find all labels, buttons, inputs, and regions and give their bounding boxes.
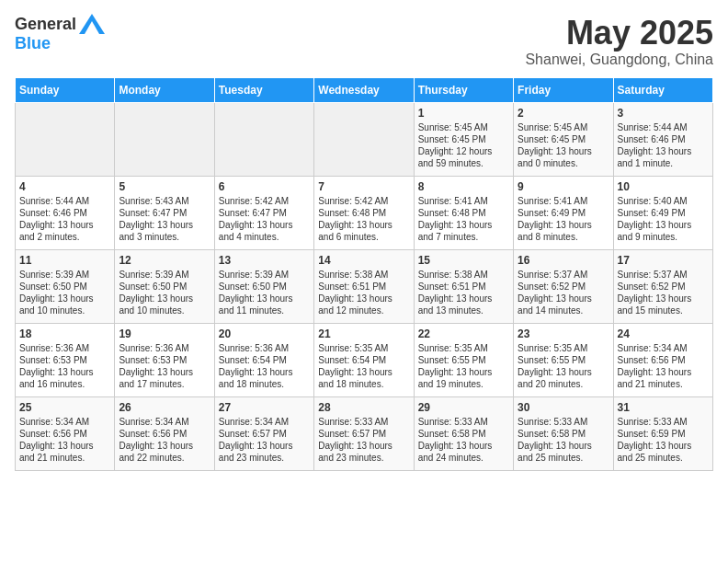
calendar-cell: 4Sunrise: 5:44 AM Sunset: 6:46 PM Daylig… <box>16 176 115 249</box>
day-number: 16 <box>518 254 609 267</box>
day-number: 13 <box>219 254 310 267</box>
day-number: 14 <box>318 254 409 267</box>
day-info: Sunrise: 5:37 AM Sunset: 6:52 PM Dayligh… <box>518 269 609 316</box>
calendar-cell: 8Sunrise: 5:41 AM Sunset: 6:48 PM Daylig… <box>414 176 513 249</box>
calendar-table: SundayMondayTuesdayWednesdayThursdayFrid… <box>15 77 713 471</box>
calendar-cell: 13Sunrise: 5:39 AM Sunset: 6:50 PM Dayli… <box>214 249 313 323</box>
calendar-cell: 16Sunrise: 5:37 AM Sunset: 6:52 PM Dayli… <box>514 249 613 323</box>
calendar-cell: 2Sunrise: 5:45 AM Sunset: 6:45 PM Daylig… <box>514 102 613 176</box>
day-info: Sunrise: 5:43 AM Sunset: 6:47 PM Dayligh… <box>119 195 210 243</box>
day-number: 7 <box>318 180 409 193</box>
calendar-cell: 10Sunrise: 5:40 AM Sunset: 6:49 PM Dayli… <box>613 176 712 249</box>
calendar-cell <box>214 102 313 176</box>
calendar-week-row: 4Sunrise: 5:44 AM Sunset: 6:46 PM Daylig… <box>16 176 713 249</box>
calendar-cell: 5Sunrise: 5:43 AM Sunset: 6:47 PM Daylig… <box>115 176 214 249</box>
day-number: 1 <box>418 107 509 120</box>
day-number: 11 <box>19 254 110 267</box>
calendar-cell: 20Sunrise: 5:36 AM Sunset: 6:54 PM Dayli… <box>214 323 313 396</box>
title-section: May 2025 Shanwei, Guangdong, China <box>525 15 713 68</box>
calendar-cell: 22Sunrise: 5:35 AM Sunset: 6:55 PM Dayli… <box>414 323 513 396</box>
calendar-cell: 31Sunrise: 5:33 AM Sunset: 6:59 PM Dayli… <box>613 396 712 470</box>
calendar-cell: 7Sunrise: 5:42 AM Sunset: 6:48 PM Daylig… <box>314 176 414 249</box>
calendar-cell: 27Sunrise: 5:34 AM Sunset: 6:57 PM Dayli… <box>214 396 313 470</box>
day-number: 22 <box>418 327 509 340</box>
calendar-week-row: 1Sunrise: 5:45 AM Sunset: 6:45 PM Daylig… <box>16 102 713 176</box>
day-number: 28 <box>318 401 409 414</box>
calendar-cell <box>16 102 115 176</box>
day-number: 18 <box>19 327 110 340</box>
day-number: 29 <box>418 401 509 414</box>
main-title: May 2025 <box>525 15 713 52</box>
calendar-cell: 11Sunrise: 5:39 AM Sunset: 6:50 PM Dayli… <box>16 249 115 323</box>
day-info: Sunrise: 5:36 AM Sunset: 6:53 PM Dayligh… <box>19 342 110 390</box>
subtitle: Shanwei, Guangdong, China <box>525 52 713 68</box>
day-info: Sunrise: 5:33 AM Sunset: 6:58 PM Dayligh… <box>518 416 609 464</box>
day-info: Sunrise: 5:45 AM Sunset: 6:45 PM Dayligh… <box>518 121 609 169</box>
day-number: 24 <box>618 327 709 340</box>
day-number: 17 <box>618 254 709 267</box>
day-number: 30 <box>518 401 609 414</box>
day-info: Sunrise: 5:38 AM Sunset: 6:51 PM Dayligh… <box>318 269 409 316</box>
day-info: Sunrise: 5:44 AM Sunset: 6:46 PM Dayligh… <box>618 121 709 169</box>
day-info: Sunrise: 5:41 AM Sunset: 6:49 PM Dayligh… <box>518 195 609 243</box>
day-info: Sunrise: 5:33 AM Sunset: 6:58 PM Dayligh… <box>418 416 509 464</box>
day-info: Sunrise: 5:35 AM Sunset: 6:55 PM Dayligh… <box>518 342 609 390</box>
day-number: 6 <box>219 180 310 193</box>
day-number: 25 <box>19 401 110 414</box>
calendar-cell: 19Sunrise: 5:36 AM Sunset: 6:53 PM Dayli… <box>115 323 214 396</box>
calendar-week-row: 25Sunrise: 5:34 AM Sunset: 6:56 PM Dayli… <box>16 396 713 470</box>
day-number: 10 <box>618 180 709 193</box>
calendar-cell: 23Sunrise: 5:35 AM Sunset: 6:55 PM Dayli… <box>514 323 613 396</box>
weekday-header-friday: Friday <box>514 77 613 102</box>
day-info: Sunrise: 5:33 AM Sunset: 6:57 PM Dayligh… <box>318 416 409 464</box>
day-number: 20 <box>219 327 310 340</box>
calendar-week-row: 18Sunrise: 5:36 AM Sunset: 6:53 PM Dayli… <box>16 323 713 396</box>
day-info: Sunrise: 5:36 AM Sunset: 6:54 PM Dayligh… <box>219 342 310 390</box>
weekday-header-saturday: Saturday <box>613 77 712 102</box>
logo: General Blue <box>15 15 105 53</box>
day-number: 19 <box>119 327 210 340</box>
calendar-cell: 18Sunrise: 5:36 AM Sunset: 6:53 PM Dayli… <box>16 323 115 396</box>
calendar-cell: 1Sunrise: 5:45 AM Sunset: 6:45 PM Daylig… <box>414 102 513 176</box>
calendar-cell <box>314 102 414 176</box>
day-info: Sunrise: 5:36 AM Sunset: 6:53 PM Dayligh… <box>119 342 210 390</box>
day-number: 27 <box>219 401 310 414</box>
day-info: Sunrise: 5:34 AM Sunset: 6:56 PM Dayligh… <box>618 342 709 390</box>
day-number: 15 <box>418 254 509 267</box>
day-info: Sunrise: 5:35 AM Sunset: 6:54 PM Dayligh… <box>318 342 409 390</box>
logo-general-text: General <box>15 15 76 34</box>
calendar-cell: 29Sunrise: 5:33 AM Sunset: 6:58 PM Dayli… <box>414 396 513 470</box>
logo-blue-text: Blue <box>15 34 51 52</box>
day-info: Sunrise: 5:41 AM Sunset: 6:48 PM Dayligh… <box>418 195 509 243</box>
day-info: Sunrise: 5:34 AM Sunset: 6:56 PM Dayligh… <box>119 416 210 464</box>
weekday-header-thursday: Thursday <box>414 77 513 102</box>
calendar-cell: 6Sunrise: 5:42 AM Sunset: 6:47 PM Daylig… <box>214 176 313 249</box>
logo-icon <box>79 14 105 34</box>
day-number: 12 <box>119 254 210 267</box>
day-number: 5 <box>119 180 210 193</box>
calendar-cell: 25Sunrise: 5:34 AM Sunset: 6:56 PM Dayli… <box>16 396 115 470</box>
calendar-week-row: 11Sunrise: 5:39 AM Sunset: 6:50 PM Dayli… <box>16 249 713 323</box>
weekday-header-sunday: Sunday <box>16 77 115 102</box>
day-info: Sunrise: 5:44 AM Sunset: 6:46 PM Dayligh… <box>19 195 110 243</box>
calendar-cell: 14Sunrise: 5:38 AM Sunset: 6:51 PM Dayli… <box>314 249 414 323</box>
day-info: Sunrise: 5:40 AM Sunset: 6:49 PM Dayligh… <box>618 195 709 243</box>
day-number: 3 <box>618 107 709 120</box>
calendar-cell: 12Sunrise: 5:39 AM Sunset: 6:50 PM Dayli… <box>115 249 214 323</box>
weekday-header-row: SundayMondayTuesdayWednesdayThursdayFrid… <box>16 77 713 102</box>
day-number: 21 <box>318 327 409 340</box>
day-info: Sunrise: 5:37 AM Sunset: 6:52 PM Dayligh… <box>618 269 709 316</box>
weekday-header-wednesday: Wednesday <box>314 77 414 102</box>
calendar-cell: 9Sunrise: 5:41 AM Sunset: 6:49 PM Daylig… <box>514 176 613 249</box>
day-info: Sunrise: 5:39 AM Sunset: 6:50 PM Dayligh… <box>19 269 110 316</box>
weekday-header-monday: Monday <box>115 77 214 102</box>
day-info: Sunrise: 5:42 AM Sunset: 6:48 PM Dayligh… <box>318 195 409 243</box>
day-info: Sunrise: 5:33 AM Sunset: 6:59 PM Dayligh… <box>618 416 709 464</box>
day-info: Sunrise: 5:42 AM Sunset: 6:47 PM Dayligh… <box>219 195 310 243</box>
day-info: Sunrise: 5:34 AM Sunset: 6:57 PM Dayligh… <box>219 416 310 464</box>
day-number: 31 <box>618 401 709 414</box>
calendar-cell: 26Sunrise: 5:34 AM Sunset: 6:56 PM Dayli… <box>115 396 214 470</box>
day-info: Sunrise: 5:38 AM Sunset: 6:51 PM Dayligh… <box>418 269 509 316</box>
calendar-cell <box>115 102 214 176</box>
day-info: Sunrise: 5:35 AM Sunset: 6:55 PM Dayligh… <box>418 342 509 390</box>
